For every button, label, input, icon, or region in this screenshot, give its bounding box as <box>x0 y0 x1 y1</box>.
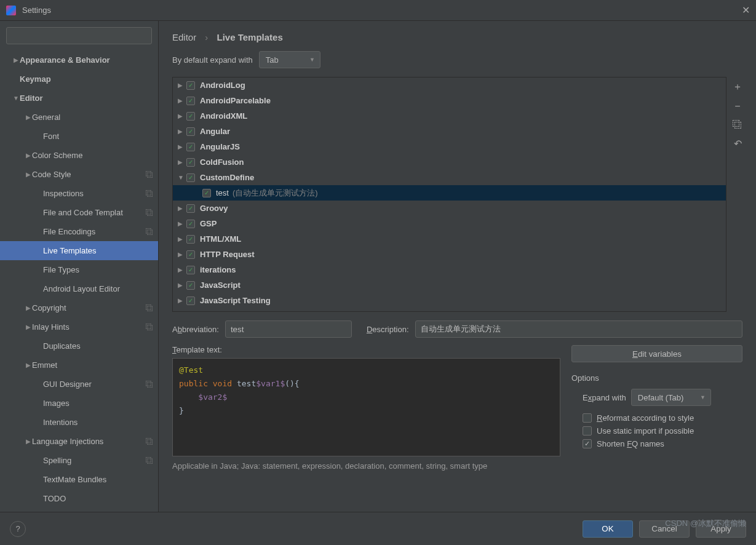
sidebar-item-appearance-behavior[interactable]: ▶Appearance & Behavior <box>0 50 158 70</box>
dialog-footer: ? OK Cancel Apply <box>0 512 756 545</box>
sidebar-item-language-injections[interactable]: ▶Language Injections⿻ <box>0 432 158 451</box>
sidebar-item-emmet[interactable]: ▶Emmet <box>0 356 158 375</box>
sidebar-item-font[interactable]: Font <box>0 127 158 146</box>
arrow-icon: ▶ <box>178 159 186 165</box>
checkbox[interactable]: ✓ <box>186 112 195 121</box>
sidebar-item-inlay-hints[interactable]: ▶Inlay Hints⿻ <box>0 317 158 336</box>
sidebar-item-code-style[interactable]: ▶Code Style⿻ <box>0 165 158 184</box>
sidebar-item-editor[interactable]: ▼Editor <box>0 89 158 108</box>
sidebar-item-gui-designer[interactable]: GUI Designer⿻ <box>0 375 158 394</box>
arrow-icon: ▶ <box>178 82 186 89</box>
checkbox[interactable]: ✓ <box>186 296 195 305</box>
sidebar-item-todo[interactable]: TODO <box>0 489 158 508</box>
sidebar-item-color-scheme[interactable]: ▶Color Scheme <box>0 146 158 165</box>
edit-variables-button[interactable]: Edit variables <box>571 345 742 362</box>
sidebar-item-images[interactable]: Images <box>0 394 158 413</box>
arrow-icon: ▶ <box>25 324 32 330</box>
desc-label: Description: <box>367 325 409 334</box>
shorten-fq-checkbox[interactable]: ✓ <box>583 439 592 448</box>
expand-default-combo[interactable]: Tab ▼ <box>259 51 320 68</box>
template-group-javascript-testing[interactable]: ▶✓JavaScript Testing <box>173 293 726 308</box>
template-group-javascript[interactable]: ▶✓JavaScript <box>173 277 726 293</box>
arrow-icon: ▶ <box>178 251 186 258</box>
arrow-icon: ▶ <box>178 205 186 212</box>
templates-list[interactable]: ▶✓AndroidLog▶✓AndroidParcelable▶✓Android… <box>172 77 726 312</box>
apply-button[interactable]: Apply <box>696 520 746 538</box>
scope-icon: ⿻ <box>146 380 153 389</box>
arrow-icon: ▶ <box>12 57 20 63</box>
close-icon[interactable]: ✕ <box>742 4 750 16</box>
template-group-iterations[interactable]: ▶✓iterations <box>173 262 726 277</box>
expand-with-combo[interactable]: Default (Tab) ▼ <box>631 389 711 406</box>
sidebar-item-inspections[interactable]: Inspections⿻ <box>0 184 158 203</box>
template-group-androidlog[interactable]: ▶✓AndroidLog <box>173 78 726 93</box>
scope-icon: ⿻ <box>146 170 153 179</box>
sidebar-item-duplicates[interactable]: Duplicates <box>0 336 158 356</box>
checkbox[interactable]: ✓ <box>186 220 195 228</box>
template-group-customdefine[interactable]: ▼✓CustomDefine <box>173 170 726 185</box>
checkbox[interactable]: ✓ <box>186 266 195 274</box>
breadcrumb-root[interactable]: Editor <box>172 32 196 42</box>
template-group-angularjs[interactable]: ▶✓AngularJS <box>173 139 726 154</box>
sidebar-item-file-and-code-templat[interactable]: File and Code Templat⿻ <box>0 203 158 222</box>
ok-button[interactable]: OK <box>583 520 633 538</box>
arrow-icon: ▶ <box>25 438 32 445</box>
arrow-icon: ▼ <box>178 174 186 181</box>
static-import-checkbox[interactable] <box>583 426 592 436</box>
sidebar-item-live-templates[interactable]: Live Templates <box>0 241 158 260</box>
titlebar: Settings ✕ <box>0 0 756 21</box>
sidebar-item-android-layout-editor[interactable]: Android Layout Editor <box>0 279 158 298</box>
copy-icon[interactable]: ⿻ <box>733 119 742 130</box>
sidebar-item-spelling[interactable]: Spelling⿻ <box>0 451 158 470</box>
checkbox[interactable]: ✓ <box>186 97 195 105</box>
cancel-button[interactable]: Cancel <box>639 520 690 538</box>
abbrev-input[interactable] <box>225 320 352 338</box>
breadcrumb-sep: › <box>205 32 208 42</box>
scope-icon: ⿻ <box>146 456 153 465</box>
checkbox[interactable]: ✓ <box>186 235 195 244</box>
template-group-angular[interactable]: ▶✓Angular <box>173 124 726 139</box>
sidebar-item-textmate-bundles[interactable]: TextMate Bundles <box>0 470 158 489</box>
template-group-coldfusion[interactable]: ▶✓ColdFusion <box>173 154 726 170</box>
help-button[interactable]: ? <box>10 521 26 537</box>
settings-sidebar: 🔍 ▶Appearance & BehaviorKeymap▼Editor▶Ge… <box>0 21 159 512</box>
checkbox[interactable]: ✓ <box>202 189 211 197</box>
sidebar-item-file-types[interactable]: File Types <box>0 260 158 279</box>
checkbox[interactable]: ✓ <box>186 173 195 182</box>
sidebar-item-file-encodings[interactable]: File Encodings⿻ <box>0 222 158 241</box>
reformat-checkbox[interactable] <box>583 413 592 423</box>
template-text-editor[interactable]: @Test public void test$var1$(){ $var2$ } <box>172 358 560 456</box>
desc-input[interactable] <box>415 320 742 338</box>
template-item-test[interactable]: ✓test(自动生成单元测试方法) <box>173 185 726 201</box>
template-group-groovy[interactable]: ▶✓Groovy <box>173 201 726 216</box>
abbrev-label: Abbreviation: <box>172 325 219 334</box>
reformat-label: Reformat according to style <box>597 413 694 423</box>
checkbox[interactable]: ✓ <box>186 281 195 290</box>
checkbox[interactable]: ✓ <box>186 250 195 259</box>
arrow-icon: ▶ <box>178 113 186 119</box>
template-group-androidparcelable[interactable]: ▶✓AndroidParcelable <box>173 93 726 108</box>
templates-toolbar: ＋ − ⿻ ↶ <box>726 77 749 312</box>
add-icon[interactable]: ＋ <box>733 81 742 93</box>
options-title: Options <box>571 373 742 383</box>
checkbox[interactable]: ✓ <box>186 143 195 151</box>
checkbox[interactable]: ✓ <box>186 81 195 90</box>
sidebar-item-intentions[interactable]: Intentions <box>0 413 158 432</box>
template-group-http-request[interactable]: ▶✓HTTP Request <box>173 247 726 262</box>
undo-icon[interactable]: ↶ <box>734 138 742 149</box>
sidebar-item-copyright[interactable]: ▶Copyright⿻ <box>0 298 158 317</box>
checkbox[interactable]: ✓ <box>186 204 195 213</box>
checkbox[interactable]: ✓ <box>186 158 195 167</box>
checkbox[interactable]: ✓ <box>186 127 195 136</box>
search-input[interactable] <box>6 27 152 44</box>
remove-icon[interactable]: − <box>734 101 740 112</box>
settings-tree[interactable]: ▶Appearance & BehaviorKeymap▼Editor▶Gene… <box>0 48 158 512</box>
chevron-down-icon: ▼ <box>700 394 706 400</box>
sidebar-item-keymap[interactable]: Keymap <box>0 70 158 89</box>
arrow-icon: ▶ <box>178 97 186 104</box>
template-group-androidxml[interactable]: ▶✓AndroidXML <box>173 108 726 124</box>
template-group-gsp[interactable]: ▶✓GSP <box>173 216 726 231</box>
sidebar-item-general[interactable]: ▶General <box>0 108 158 127</box>
template-group-html-xml[interactable]: ▶✓HTML/XML <box>173 231 726 247</box>
template-text-label: Template text: <box>172 345 560 354</box>
